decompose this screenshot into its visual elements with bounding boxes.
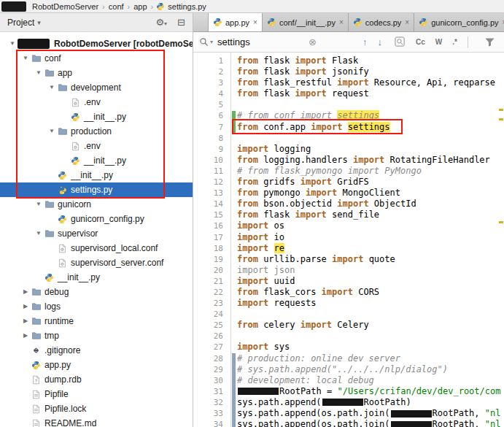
code-line[interactable]: # production: online dev server xyxy=(237,353,504,364)
code-line[interactable]: import logging xyxy=(237,144,504,155)
line-number[interactable]: 8 xyxy=(193,133,230,144)
collapse-all-icon[interactable]: ⊟ xyxy=(177,18,185,27)
tree-item[interactable]: supervisord_local.conf xyxy=(0,241,193,255)
line-number[interactable]: 4 xyxy=(193,88,230,99)
code-line[interactable]: import json xyxy=(237,265,504,276)
line-number[interactable]: 34 xyxy=(193,419,230,427)
code-line[interactable]: from flask_cors import CORS xyxy=(237,287,504,298)
line-number[interactable]: 10 xyxy=(193,155,230,166)
expand-arrow-icon[interactable]: ▼ xyxy=(34,231,44,236)
close-tab-icon[interactable]: × xyxy=(405,19,409,26)
tree-item[interactable]: ▼RobotDemoServer [robotDemoServer] xyxy=(0,36,193,51)
editor-tab[interactable]: codecs.py× xyxy=(349,13,414,31)
expand-arrow-icon[interactable]: ▼ xyxy=(7,41,18,47)
project-panel-title[interactable]: Project xyxy=(7,18,34,28)
line-number[interactable]: 28 xyxy=(193,353,230,364)
tree-item[interactable]: ▼supervisor xyxy=(0,226,193,241)
line-number[interactable]: 30 xyxy=(193,375,230,386)
tree-item[interactable]: .env xyxy=(0,139,193,153)
line-number[interactable]: 7 xyxy=(193,122,230,133)
tree-item[interactable]: supervisord_server.conf xyxy=(0,255,193,270)
breadcrumb-item[interactable]: RobotDemoServer xyxy=(31,2,99,11)
breadcrumb-item[interactable]: app xyxy=(133,2,147,11)
line-number[interactable]: 24 xyxy=(193,309,230,320)
code-line[interactable]: # sys.path.append("../../../nlp/dialog") xyxy=(237,364,504,375)
code-line[interactable] xyxy=(237,331,504,342)
line-number[interactable]: 15 xyxy=(193,209,230,220)
line-number[interactable]: 26 xyxy=(193,331,230,342)
line-number[interactable]: 2 xyxy=(193,66,230,77)
tree-item[interactable]: __init__.py xyxy=(0,270,193,285)
tree-item[interactable]: .gitignore xyxy=(0,343,193,358)
expand-arrow-icon[interactable]: ▶ xyxy=(20,333,31,339)
editor-tab[interactable]: app.py× xyxy=(208,13,263,31)
line-number[interactable]: 31 xyxy=(193,386,230,397)
tree-item[interactable]: .env xyxy=(0,95,193,109)
tree-item[interactable]: ▼development xyxy=(0,80,193,95)
code-line[interactable]: from bson.objectid import ObjectId xyxy=(237,199,504,209)
panel-splitter[interactable] xyxy=(193,13,193,427)
expand-arrow-icon[interactable]: ▶ xyxy=(20,318,31,324)
code-line[interactable]: from urllib.parse import quote xyxy=(237,254,504,265)
expand-arrow-icon[interactable]: ▼ xyxy=(47,128,57,134)
code-line[interactable]: from flask import send_file xyxy=(237,209,504,220)
previous-match-icon[interactable]: ↑ xyxy=(363,37,368,47)
tree-item[interactable]: ▶logs xyxy=(0,299,193,314)
close-tab-icon[interactable]: × xyxy=(253,19,257,26)
tree-item[interactable]: Pipfile.lock xyxy=(0,401,193,416)
code-line[interactable]: from conf.app import settings xyxy=(237,122,504,133)
tree-item[interactable]: __init__.py xyxy=(0,109,193,124)
expand-arrow-icon[interactable]: ▶ xyxy=(20,289,31,295)
expand-arrow-icon[interactable]: ▶ xyxy=(20,304,31,309)
line-number[interactable]: 18 xyxy=(193,243,230,254)
code-line[interactable] xyxy=(237,99,504,110)
code-editor[interactable]: 1234567891011121314151617181920212223242… xyxy=(193,53,504,427)
tree-item[interactable]: ▼gunicorn xyxy=(0,197,193,212)
tree-item[interactable]: __init__.py xyxy=(0,168,193,182)
code-line[interactable]: RootPath = "/Users/crifan/dev/dev_root/c… xyxy=(237,386,504,397)
code-line[interactable]: from flask_restful import Resource, Api,… xyxy=(237,77,504,88)
code-line[interactable]: sys.path.append(os.path.join(RootPath, "… xyxy=(237,419,504,427)
filter-icon[interactable] xyxy=(484,37,495,47)
code-line[interactable]: import os xyxy=(237,220,504,231)
chevron-down-icon[interactable]: ▾ xyxy=(37,19,41,26)
line-number[interactable]: 17 xyxy=(193,232,230,243)
line-number[interactable]: 14 xyxy=(193,199,230,209)
clear-search-icon[interactable]: ⊗ xyxy=(309,37,317,47)
whole-words-icon[interactable]: W xyxy=(435,38,442,46)
code-line[interactable]: import re xyxy=(237,243,504,254)
close-tab-icon[interactable]: × xyxy=(339,19,344,26)
expand-arrow-icon[interactable]: ▼ xyxy=(20,55,31,61)
line-number[interactable]: 12 xyxy=(193,177,230,188)
line-number[interactable]: 13 xyxy=(193,188,230,199)
code-line[interactable]: from gridfs import GridFS xyxy=(237,177,504,188)
tree-item[interactable]: ?dump.rdb xyxy=(0,372,193,387)
code-line[interactable]: sys.path.append(os.path.join(RootPath, "… xyxy=(237,408,504,419)
tree-item[interactable]: settings.py xyxy=(0,182,193,197)
tree-item[interactable]: gunicorn_config.py xyxy=(0,212,193,226)
code-line[interactable]: import io xyxy=(237,232,504,243)
code-line[interactable] xyxy=(237,309,504,320)
tree-item[interactable]: ▶tmp xyxy=(0,328,193,343)
breadcrumb-item[interactable]: conf xyxy=(108,2,125,11)
line-number[interactable]: 6 xyxy=(193,110,230,121)
code-area[interactable]: from flask import Flaskfrom flask import… xyxy=(237,53,504,427)
code-line[interactable]: from logging.handlers import RotatingFil… xyxy=(237,155,504,166)
code-line[interactable]: from flask import jsonify xyxy=(237,66,504,77)
code-line[interactable]: from celery import Celery xyxy=(237,320,504,331)
code-line[interactable]: import requests xyxy=(237,298,504,309)
breadcrumb-item[interactable]: settings.py xyxy=(167,2,207,11)
line-number[interactable]: 1 xyxy=(193,55,230,66)
search-history-caret-icon[interactable]: ▾ xyxy=(210,39,213,45)
code-line[interactable] xyxy=(237,133,504,144)
line-number[interactable]: 16 xyxy=(193,220,230,231)
line-number[interactable]: 5 xyxy=(193,99,230,110)
tree-item[interactable]: __init__.py xyxy=(0,153,193,168)
editor-tab[interactable]: gunicorn_config.py× xyxy=(414,13,504,31)
line-number[interactable]: 25 xyxy=(193,320,230,331)
scrollbar-match-mark[interactable] xyxy=(499,118,503,120)
code-line[interactable]: from flask import request xyxy=(237,88,504,99)
line-number[interactable]: 11 xyxy=(193,166,230,177)
match-case-icon[interactable]: Cc xyxy=(416,38,425,46)
next-match-icon[interactable]: ↓ xyxy=(378,37,383,47)
